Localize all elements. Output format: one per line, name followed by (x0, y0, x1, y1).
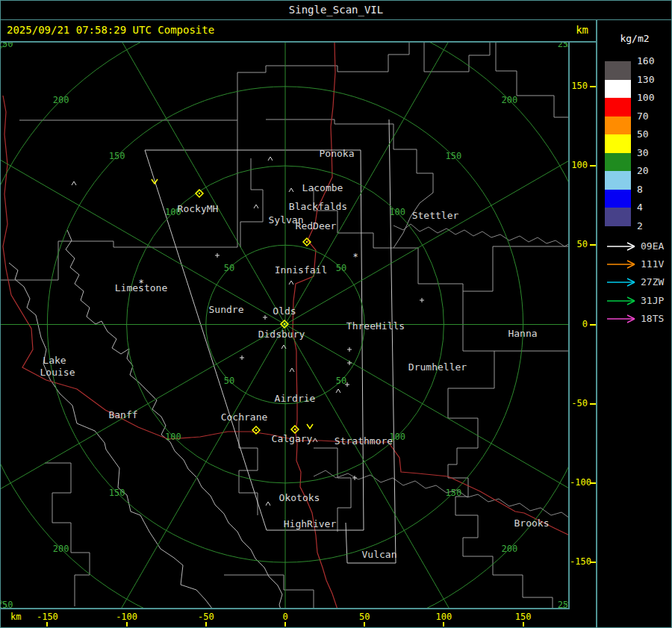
river (314, 470, 568, 518)
colorbar-level-label: 130 (637, 74, 654, 85)
colorbar-swatch (605, 208, 631, 226)
county-boundary (19, 43, 409, 120)
x-axis-tick-label: 0 (282, 612, 287, 622)
window-title-bar: Single_Scan_VIL (0, 0, 672, 20)
radar-station-dot (294, 429, 296, 430)
colorbar-level-label: 4 (637, 202, 643, 213)
city-label-sundre: Sundre (209, 304, 244, 315)
radar-map-canvas: 5050505010010010010015015015015020020020… (1, 43, 568, 608)
radar-id-label: 09EA (641, 241, 664, 252)
ring-distance-label: 50 (336, 376, 346, 386)
radar-arrow-icon (606, 259, 639, 270)
y-axis-tick (590, 324, 596, 326)
ring-distance-label: 150 (109, 488, 125, 498)
colorbar-level-label: 30 (637, 147, 649, 158)
city-label-innisfail: Innisfail (275, 264, 327, 276)
x-axis-tick-label: -150 (37, 612, 58, 622)
colorbar-swatch (605, 134, 631, 153)
town-caret-marker (336, 389, 340, 393)
ring-distance-label: 200 (502, 95, 518, 105)
town-caret-marker (268, 157, 273, 161)
city-label-calgary: Calgary (272, 433, 313, 444)
city-label-lacombe: Lacombe (302, 182, 343, 193)
county-boundary (393, 246, 568, 291)
x-axis-tick-label: -50 (198, 612, 214, 622)
town-caret-marker (289, 188, 293, 192)
colorbar-swatch (605, 98, 631, 116)
town-caret-marker (254, 205, 258, 208)
ring-distance-label: 200 (53, 95, 69, 105)
x-axis-tick (523, 622, 524, 627)
window-title: Single_Scan_VIL (289, 4, 383, 16)
x-axis-tick (46, 622, 48, 627)
y-axis-unit-label: km (576, 20, 588, 40)
ring-distance-label: 250 (558, 43, 568, 49)
city-label-lake: Lake (43, 355, 66, 366)
radar-station-dot (306, 241, 308, 243)
radar-arrow-icon (606, 277, 639, 287)
ring-distance-label: 50 (224, 376, 234, 386)
ring-distance-label: 250 (1, 600, 13, 608)
city-label-strathmore: Strathmore (335, 435, 393, 447)
city-label-highriver: HighRiver (284, 518, 337, 529)
x-axis-tick-label: 50 (359, 612, 370, 622)
x-axis-tick-label: 150 (515, 612, 532, 622)
radar-legend-row: 18TS (597, 314, 672, 326)
ring-distance-label: 100 (389, 207, 405, 217)
colorbar-level-label: 160 (637, 55, 654, 66)
x-axis-tick (284, 622, 286, 627)
town-caret-marker (289, 281, 293, 285)
city-label-blackfalds: Blackfalds (289, 201, 347, 212)
colorbar-swatch (605, 153, 631, 172)
city-label-vulcan: Vulcan (362, 549, 397, 560)
colorbar-level-label: 50 (637, 128, 649, 140)
x-axis-tick (126, 622, 128, 627)
city-label-brooks: Brooks (514, 517, 550, 529)
radar-legend-row: 111V (597, 259, 672, 271)
y-axis-tick (590, 562, 596, 563)
county-boundary (448, 291, 494, 429)
x-axis-tick-label: -100 (116, 612, 137, 622)
y-axis-tick-label: 50 (570, 239, 588, 249)
radar-legend-row: 27ZW (597, 277, 672, 289)
town-caret-marker (290, 368, 294, 372)
y-axis-tick (590, 244, 596, 246)
river (393, 224, 568, 246)
county-boundary (45, 463, 90, 606)
y-axis-tick-label: 100 (570, 160, 588, 170)
city-label-louise: Louise (40, 367, 75, 378)
colorbar-unit-label: kg/m2 (597, 33, 672, 44)
radar-id-label: 111V (641, 259, 664, 270)
x-axis-tick (443, 622, 444, 627)
strike-v-marker (307, 424, 313, 429)
radar-arrow-icon (606, 314, 639, 324)
city-label-reddeer: RedDeer (296, 220, 337, 231)
ring-distance-label: 100 (165, 432, 181, 442)
ring-distance-label: 250 (558, 600, 568, 608)
city-label-rockymh: RockyMH (178, 203, 219, 214)
colorbar-swatch (605, 61, 631, 80)
radar-station-dot (199, 193, 200, 194)
colorbar-level-label: 70 (637, 111, 649, 122)
city-label-ponoka: Ponoka (320, 148, 355, 159)
ring-distance-label: 250 (1, 43, 13, 49)
colorbar-swatch (605, 171, 631, 190)
colorbar-level-label: 20 (637, 165, 649, 176)
colorbar-level-label: 2 (637, 220, 643, 231)
x-axis-tick (205, 622, 207, 627)
radar-id-label: 27ZW (641, 277, 664, 287)
city-label-limestone: Limestone (115, 282, 168, 293)
city-label-banff: Banff (108, 409, 137, 420)
ring-distance-label: 150 (109, 151, 125, 161)
ring-distance-label: 150 (445, 488, 461, 498)
x-axis-tick-label: 100 (436, 612, 452, 622)
x-axis: km -150-100-50050100150 (0, 609, 596, 628)
x-axis-unit-label: km (10, 612, 21, 622)
ring-distance-label: 50 (336, 263, 346, 273)
radar-arrow-icon (606, 296, 639, 306)
y-axis-tick-label: -100 (570, 477, 588, 488)
x-axis-tick (364, 622, 365, 627)
legend-panel: kg/m2 16013010070503020842 09EA111V27ZW3… (597, 20, 672, 628)
colorbar-level-label: 8 (637, 184, 643, 195)
ring-distance-label: 200 (53, 544, 69, 554)
